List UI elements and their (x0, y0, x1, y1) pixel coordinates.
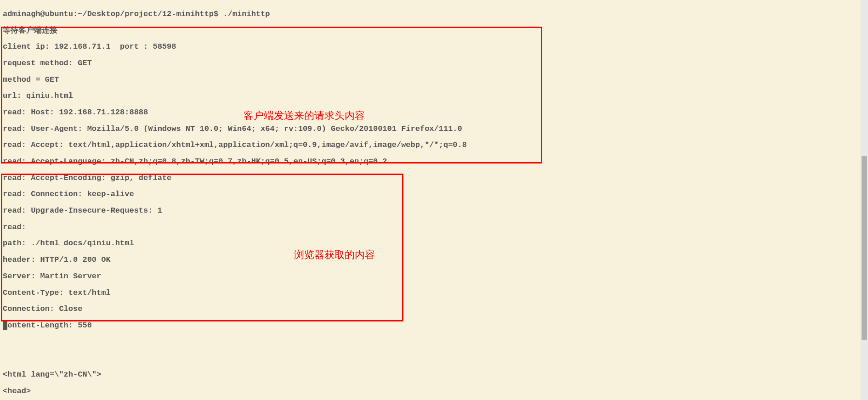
terminal-line: read: Host: 192.168.71.128:8888 (3, 108, 865, 117)
terminal-output: adminagh@ubuntu:~/Desktop/project/12-min… (0, 0, 868, 400)
terminal-line (3, 338, 865, 346)
terminal-cursor (3, 321, 7, 330)
terminal-line (3, 354, 865, 362)
terminal-line: read: Accept-Language: zh-CN,zh;q=0.8,zh… (3, 158, 865, 166)
scrollbar-thumb[interactable] (862, 156, 867, 340)
terminal-line: Server: Martin Server (3, 272, 865, 281)
terminal-line: Content-Length: 550 (3, 321, 865, 330)
terminal-line: path: ./html_docs/qiniu.html (3, 239, 865, 248)
terminal-line: <head> (3, 387, 865, 395)
terminal-line: adminagh@ubuntu:~/Desktop/project/12-min… (3, 10, 865, 18)
terminal-line: url: qiniu.html (3, 92, 865, 100)
terminal-line: 等待客户端连接 (3, 27, 865, 35)
terminal-line: read: Connection: keep-alive (3, 190, 865, 198)
terminal-line: Connection: Close (3, 305, 865, 313)
request-header-annotation: 客户端发送来的请求头内容 (244, 110, 365, 121)
terminal-line: client ip: 192.168.71.1 port : 58598 (3, 43, 865, 51)
terminal-line: <html lang=\"zh-CN\"> (3, 371, 865, 379)
terminal-line: read: Upgrade-Insecure-Requests: 1 (3, 207, 865, 215)
terminal-line: read: User-Agent: Mozilla/5.0 (Windows N… (3, 125, 865, 133)
terminal-line: read: Accept-Encoding: gzip, deflate (3, 174, 865, 182)
terminal-line: Content-Type: text/html (3, 289, 865, 297)
browser-content-annotation: 浏览器获取的内容 (294, 249, 375, 260)
terminal-line: method = GET (3, 76, 865, 84)
vertical-scrollbar[interactable] (861, 0, 868, 400)
terminal-line: read: (3, 223, 865, 231)
terminal-line: header: HTTP/1.0 200 OK (3, 256, 865, 264)
terminal-line: request method: GET (3, 59, 865, 68)
terminal-line: read: Accept: text/html,application/xhtm… (3, 141, 865, 149)
